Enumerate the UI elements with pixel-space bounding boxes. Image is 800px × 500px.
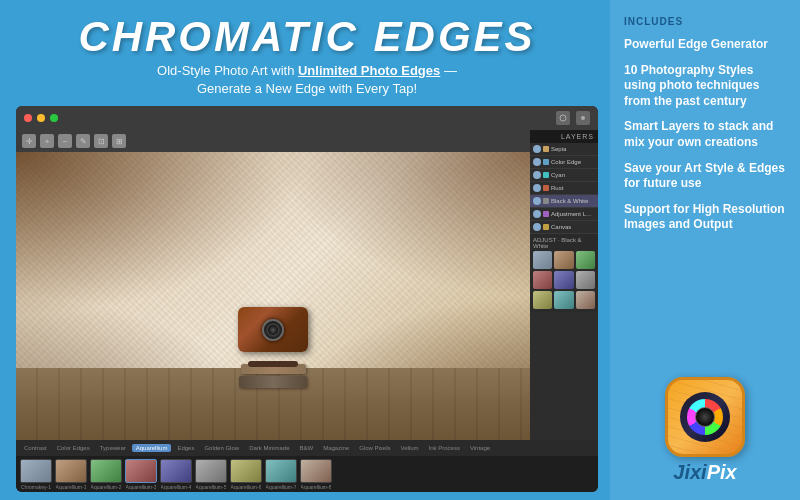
preset-7[interactable]	[533, 291, 552, 309]
feature-title: 10 Photography Styles using photo techni…	[624, 63, 786, 110]
app-icon[interactable]	[665, 377, 745, 457]
canvas-area: ✛ + − ✎ ⊡ ⊞	[16, 130, 530, 440]
feature-title: Save your Art Style & Edges for future u…	[624, 161, 786, 192]
camera-lens	[262, 319, 284, 341]
layer-visibility-icon[interactable]	[533, 171, 541, 179]
minimize-dot[interactable]	[37, 114, 45, 122]
maximize-dot[interactable]	[50, 114, 58, 122]
thumb-image	[125, 459, 157, 483]
filmstrip-tab[interactable]: Edges	[173, 444, 198, 452]
layer-visibility-icon[interactable]	[533, 223, 541, 231]
move-tool-icon[interactable]: ✛	[22, 134, 36, 148]
preset-5[interactable]	[554, 271, 573, 289]
layer-label: Cyan	[551, 172, 595, 178]
includes-label: INCLUDES	[624, 16, 786, 27]
filmstrip: ContrastColor EdgesTypewearAquarelliumEd…	[16, 440, 598, 492]
filmstrip-thumb-item[interactable]: Aquarellium-1	[55, 459, 87, 490]
share-icon[interactable]	[556, 111, 570, 125]
filmstrip-tab[interactable]: Dark Minimade	[245, 444, 293, 452]
layer-label: Sepia	[551, 146, 595, 152]
feature-item: Powerful Edge Generator	[624, 37, 786, 53]
brand-name: JixiPix	[673, 461, 736, 484]
zoom-out-icon[interactable]: −	[58, 134, 72, 148]
thumb-image	[265, 459, 297, 483]
filmstrip-thumb-item[interactable]: Aquarellium-7	[265, 459, 297, 490]
filmstrip-tab[interactable]: Color Edges	[53, 444, 94, 452]
pencil-icon[interactable]: ✎	[76, 134, 90, 148]
layer-item[interactable]: Color Edge	[530, 156, 598, 169]
preset-grid	[533, 251, 595, 309]
layer-item[interactable]: Rust	[530, 182, 598, 195]
filmstrip-thumb-item[interactable]: Aquarellium-4	[160, 459, 192, 490]
subtitle: Old-Style Photo Art with Unlimited Photo…	[157, 62, 457, 98]
thumb-image	[20, 459, 52, 483]
layer-label: Black & White	[551, 198, 595, 204]
layer-label: Color Edge	[551, 159, 595, 165]
app-icon-container: JixiPix	[624, 377, 786, 484]
adjust-panel: ADJUST · Black & White	[530, 234, 598, 312]
layer-visibility-icon[interactable]	[533, 158, 541, 166]
svg-point-1	[581, 116, 585, 120]
filmstrip-thumb-item[interactable]: Aquarellium-6	[230, 459, 262, 490]
subtitle-line2: Generate a New Edge with Every Tap!	[197, 81, 417, 96]
filmstrip-tab[interactable]: Aquarellium	[132, 444, 172, 452]
layers-panel: LAYERS Sepia Color Edge Cyan Rust Black …	[530, 130, 598, 440]
filmstrip-tab[interactable]: Vellum	[397, 444, 423, 452]
filmstrip-tab[interactable]: Golden Glow	[200, 444, 243, 452]
zoom-in-icon[interactable]: +	[40, 134, 54, 148]
layer-visibility-icon[interactable]	[533, 184, 541, 192]
filmstrip-tab[interactable]: Glow Pixels	[355, 444, 394, 452]
layer-visibility-icon[interactable]	[533, 197, 541, 205]
filmstrip-tab[interactable]: Magazine	[319, 444, 353, 452]
icon-camera-circle	[680, 392, 730, 442]
svg-point-0	[560, 115, 566, 121]
canvas-toolbar: ✛ + − ✎ ⊡ ⊞	[16, 130, 530, 152]
layer-color-dot	[543, 211, 549, 217]
layer-color-dot	[543, 198, 549, 204]
preset-2[interactable]	[554, 251, 573, 269]
filmstrip-tab[interactable]: Typewear	[96, 444, 130, 452]
books-stack	[239, 364, 307, 388]
layer-item[interactable]: Cyan	[530, 169, 598, 182]
filmstrip-thumb-item[interactable]: Aquarellium-8	[300, 459, 332, 490]
filmstrip-thumb-item[interactable]: Aquarellium-3	[125, 459, 157, 490]
subtitle-line1: Old-Style Photo Art with	[157, 63, 294, 78]
layer-item[interactable]: Canvas	[530, 221, 598, 234]
thumb-image	[300, 459, 332, 483]
preset-8[interactable]	[554, 291, 573, 309]
preset-4[interactable]	[533, 271, 552, 289]
crop-icon[interactable]: ⊡	[94, 134, 108, 148]
thumb-label: Aquarellium-6	[231, 484, 262, 490]
filmstrip-tab[interactable]: Contrast	[20, 444, 51, 452]
layer-item[interactable]: Adjustment Layer	[530, 208, 598, 221]
feature-item: Support for High Resolution Images and O…	[624, 202, 786, 233]
filmstrip-tab[interactable]: B&W	[295, 444, 317, 452]
layer-item[interactable]: Sepia	[530, 143, 598, 156]
preset-9[interactable]	[576, 291, 595, 309]
layer-visibility-icon[interactable]	[533, 210, 541, 218]
thumb-image	[90, 459, 122, 483]
book-2	[239, 376, 307, 388]
filmstrip-tab[interactable]: Vintage	[466, 444, 494, 452]
close-dot[interactable]	[24, 114, 32, 122]
filmstrip-thumb-item[interactable]: Aquarellium-5	[195, 459, 227, 490]
preset-6[interactable]	[576, 271, 595, 289]
filmstrip-thumb-item[interactable]: Aquarellium-2	[90, 459, 122, 490]
filmstrip-tab[interactable]: Ink Process	[425, 444, 464, 452]
filmstrip-thumb-item[interactable]: Chromakey-1	[20, 459, 52, 490]
layer-label: Rust	[551, 185, 595, 191]
settings-icon[interactable]	[576, 111, 590, 125]
icon-lens-center	[695, 407, 715, 427]
layer-label: Canvas	[551, 224, 595, 230]
adjust-title: ADJUST · Black & White	[533, 237, 595, 249]
layer-visibility-icon[interactable]	[533, 145, 541, 153]
preset-1[interactable]	[533, 251, 552, 269]
titlebar	[16, 106, 598, 130]
layer-item[interactable]: Black & White	[530, 195, 598, 208]
filmstrip-thumbs: Chromakey-1 Aquarellium-1 Aquarellium-2 …	[16, 456, 598, 492]
subtitle-dash: —	[444, 63, 457, 78]
camera-body	[238, 307, 308, 352]
preset-3[interactable]	[576, 251, 595, 269]
canvas-photo	[16, 152, 530, 440]
fit-icon[interactable]: ⊞	[112, 134, 126, 148]
